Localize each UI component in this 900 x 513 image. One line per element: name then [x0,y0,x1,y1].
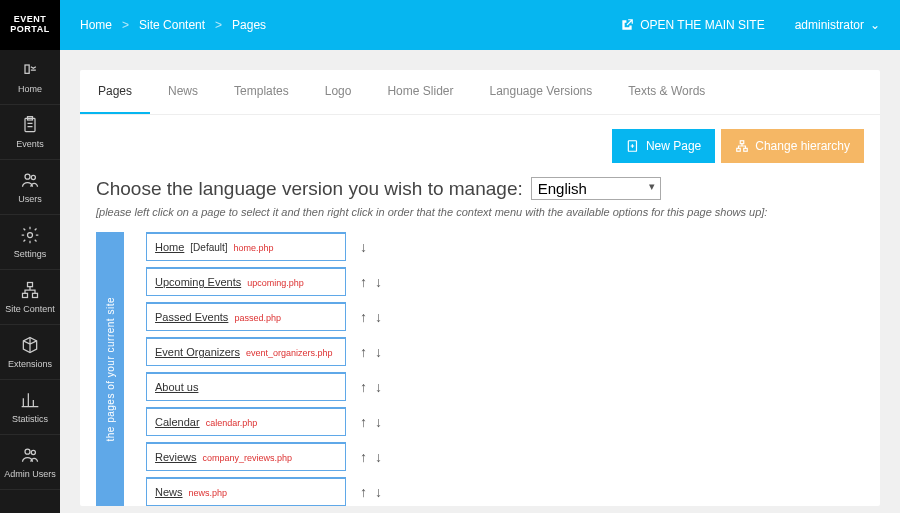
page-box[interactable]: Newsnews.php [146,477,346,506]
page-title: Event Organizers [155,346,240,358]
topbar: Home>Site Content>Pages OPEN THE MAIN SI… [60,0,900,50]
move-up-arrow[interactable]: ↑ [360,344,367,360]
breadcrumb-item[interactable]: Home [80,18,112,32]
page-title: Upcoming Events [155,276,241,288]
move-down-arrow[interactable]: ↓ [375,414,382,430]
page-tree: the pages of your current site Home[Defa… [96,232,864,506]
svg-rect-6 [28,283,33,287]
page-filename: event_organizers.php [246,348,333,358]
tab-texts-words[interactable]: Texts & Words [610,70,723,114]
move-up-arrow[interactable]: ↑ [360,379,367,395]
page-box[interactable]: Calendarcalendar.php [146,407,346,436]
tab-language-versions[interactable]: Language Versions [471,70,610,114]
svg-rect-12 [741,141,745,144]
page-box[interactable]: Home[Default]home.php [146,232,346,261]
open-main-site-label: OPEN THE MAIN SITE [640,18,764,32]
breadcrumb-separator: > [215,18,222,32]
page-filename: upcoming.php [247,278,304,288]
new-page-button[interactable]: New Page [612,129,715,163]
reorder-arrows: ↑↓ [360,449,382,465]
tabs: PagesNewsTemplatesLogoHome SliderLanguag… [80,70,880,115]
users-icon [20,170,40,190]
tab-home-slider[interactable]: Home Slider [369,70,471,114]
sidebar-item-admin-users[interactable]: Admin Users [0,435,60,490]
tab-news[interactable]: News [150,70,216,114]
breadcrumb-item[interactable]: Pages [232,18,266,32]
page-title: Home [155,241,184,253]
sidebar-item-home[interactable]: Home [0,50,60,105]
panel: PagesNewsTemplatesLogoHome SliderLanguag… [80,70,880,506]
change-hierarchy-label: Change hierarchy [755,139,850,153]
breadcrumb-separator: > [122,18,129,32]
move-down-arrow[interactable]: ↓ [360,239,367,255]
tab-logo[interactable]: Logo [307,70,370,114]
sidebar-item-users[interactable]: Users [0,160,60,215]
page-title: About us [155,381,198,393]
hierarchy-icon [20,280,40,300]
sidebar-item-settings[interactable]: Settings [0,215,60,270]
page-row: Event Organizersevent_organizers.php↑↓ [146,337,864,366]
sidebar-item-label: Users [18,194,42,204]
logo-line2: PORTAL [10,25,49,35]
hint-text: [please left click on a page to select i… [80,206,880,232]
page-filename: company_reviews.php [203,453,293,463]
move-down-arrow[interactable]: ↓ [375,309,382,325]
chevron-down-icon: ⌄ [870,18,880,32]
sidebar-item-label: Statistics [12,414,48,424]
breadcrumb-item[interactable]: Site Content [139,18,205,32]
tab-pages[interactable]: Pages [80,70,150,114]
home-icon [20,60,40,80]
change-hierarchy-button[interactable]: Change hierarchy [721,129,864,163]
move-down-arrow[interactable]: ↓ [375,379,382,395]
move-up-arrow[interactable]: ↑ [360,414,367,430]
page-row: Calendarcalendar.php↑↓ [146,407,864,436]
action-bar: New Page Change hierarchy [80,115,880,163]
move-up-arrow[interactable]: ↑ [360,274,367,290]
move-down-arrow[interactable]: ↓ [375,344,382,360]
sidebar-item-label: Settings [14,249,47,259]
sidebar-item-statistics[interactable]: Statistics [0,380,60,435]
tree-side-label: the pages of your current site [96,232,124,506]
page-box[interactable]: Reviewscompany_reviews.php [146,442,346,471]
page-box[interactable]: About us [146,372,346,401]
sidebar: EVENT PORTAL HomeEventsUsersSettingsSite… [0,0,60,513]
logo: EVENT PORTAL [0,0,60,50]
page-title: Passed Events [155,311,228,323]
page-box[interactable]: Upcoming Eventsupcoming.php [146,267,346,296]
svg-point-4 [31,175,35,179]
sidebar-item-site-content[interactable]: Site Content [0,270,60,325]
page-box[interactable]: Passed Eventspassed.php [146,302,346,331]
page-box[interactable]: Event Organizersevent_organizers.php [146,337,346,366]
page-filename: passed.php [234,313,281,323]
svg-point-10 [31,450,35,454]
page-title: News [155,486,183,498]
language-select[interactable]: English [531,177,661,200]
page-title: Calendar [155,416,200,428]
svg-rect-8 [33,293,38,297]
sidebar-item-extensions[interactable]: Extensions [0,325,60,380]
admin-label: administrator [795,18,864,32]
move-down-arrow[interactable]: ↓ [375,449,382,465]
move-up-arrow[interactable]: ↑ [360,309,367,325]
move-down-arrow[interactable]: ↓ [375,484,382,500]
chart-icon [20,390,40,410]
admin-menu[interactable]: administrator ⌄ [795,18,880,32]
plus-page-icon [626,139,640,153]
reorder-arrows: ↑↓ [360,414,382,430]
move-up-arrow[interactable]: ↑ [360,484,367,500]
reorder-arrows: ↑↓ [360,484,382,500]
clipboard-icon [20,115,40,135]
svg-rect-0 [25,65,29,73]
move-up-arrow[interactable]: ↑ [360,449,367,465]
tab-templates[interactable]: Templates [216,70,307,114]
sidebar-item-label: Site Content [5,304,55,314]
svg-rect-13 [737,148,741,151]
sidebar-item-label: Admin Users [4,469,56,479]
open-main-site-link[interactable]: OPEN THE MAIN SITE [620,18,764,32]
move-down-arrow[interactable]: ↓ [375,274,382,290]
sidebar-item-events[interactable]: Events [0,105,60,160]
new-page-label: New Page [646,139,701,153]
page-row: Home[Default]home.php↓ [146,232,864,261]
page-row: Newsnews.php↑↓ [146,477,864,506]
topbar-right: OPEN THE MAIN SITE administrator ⌄ [620,18,880,32]
